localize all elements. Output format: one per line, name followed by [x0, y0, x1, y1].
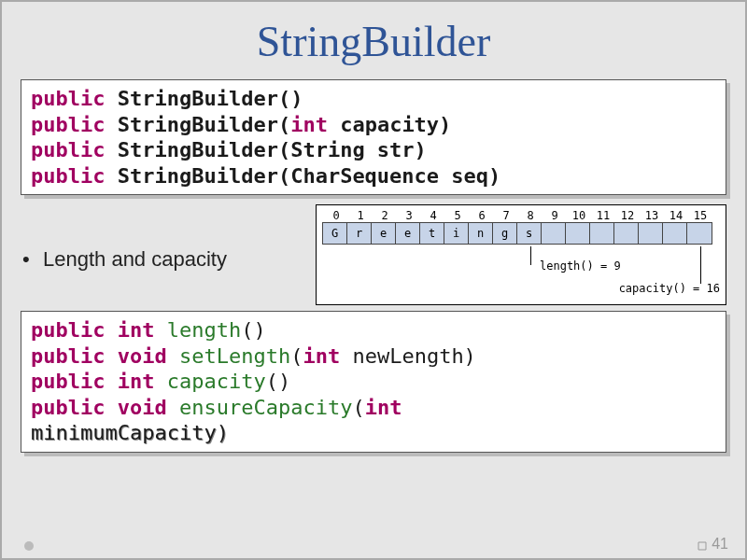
- diagram-cell: [566, 223, 590, 244]
- diagram-index: 4: [421, 209, 445, 222]
- code-token: int: [118, 370, 167, 393]
- code-token: int: [303, 344, 340, 368]
- diagram-index: 15: [688, 209, 712, 222]
- capacity-pointer: [700, 246, 701, 284]
- diagram-cell: i: [444, 223, 469, 244]
- code-block-methods-wrapper: public int length() public void setLengt…: [21, 311, 726, 453]
- code-token: void: [118, 344, 179, 368]
- code-token: capacity: [167, 370, 266, 393]
- code-token: [402, 396, 414, 419]
- diagram-cell: e: [396, 223, 420, 244]
- code-token: public: [31, 164, 118, 188]
- code-token: public: [31, 138, 118, 161]
- code-token: public: [31, 370, 118, 393]
- code-token: StringBuilder(: [118, 113, 290, 136]
- mid-row: Length and capacity 01234567891011121314…: [21, 204, 726, 305]
- diagram-cell: g: [493, 223, 517, 244]
- diagram-cell: r: [347, 223, 372, 244]
- diagram-index: 2: [373, 209, 397, 222]
- diagram-cell: [687, 223, 712, 244]
- code-token: ensureCapacity: [179, 396, 352, 419]
- code-token: newLength): [340, 344, 476, 368]
- buffer-diagram: 0123456789101112131415 Greetings length(…: [316, 204, 726, 305]
- diagram-cell: t: [420, 223, 444, 244]
- diagram-index: 0: [324, 209, 348, 222]
- diagram-cell: s: [517, 223, 542, 244]
- length-pointer: [530, 246, 531, 265]
- diagram-index: 3: [397, 209, 421, 222]
- diagram-index: 10: [567, 209, 591, 222]
- diagram-indices: 0123456789101112131415: [322, 209, 720, 222]
- diagram-index: 1: [348, 209, 373, 222]
- code-token: (): [266, 370, 291, 393]
- code-token: StringBuilder(String str): [118, 138, 427, 161]
- diagram-index: 8: [518, 209, 543, 222]
- code-token: StringBuilder(): [118, 87, 303, 110]
- code-token: public: [31, 344, 118, 368]
- bullet-column: Length and capacity: [21, 204, 304, 272]
- code-token: length: [167, 318, 241, 342]
- diagram-cell: G: [323, 223, 347, 244]
- diagram-cell: [590, 223, 614, 244]
- code-token: int: [290, 113, 328, 136]
- code-block-methods: public int length() public void setLengt…: [21, 311, 726, 453]
- diagram-index: 5: [445, 209, 470, 222]
- page-icon: [697, 539, 708, 550]
- diagram-cells: Greetings: [322, 222, 712, 245]
- code-token: (): [241, 318, 266, 342]
- code-token: (: [352, 396, 364, 419]
- diagram-index: 13: [640, 209, 664, 222]
- page-number: 41: [697, 536, 728, 553]
- code-block-constructors: public StringBuilder() public StringBuil…: [21, 79, 726, 195]
- footer-dot-icon: [24, 541, 34, 551]
- diagram-index: 6: [470, 209, 494, 222]
- length-label: length() = 9: [540, 259, 621, 273]
- code-token: capacity): [328, 113, 451, 136]
- diagram-index: 14: [664, 209, 688, 222]
- diagram-index: 12: [615, 209, 640, 222]
- diagram-cell: [663, 223, 687, 244]
- diagram-index: 11: [591, 209, 615, 222]
- code-token: minimumCapacity): [31, 421, 229, 444]
- code-token: public: [31, 87, 118, 110]
- code-token: setLength: [179, 344, 290, 368]
- diagram-pointers: length() = 9capacity() = 16: [322, 246, 720, 299]
- page-title: StringBuilder: [2, 2, 745, 74]
- code-token: int: [118, 318, 167, 342]
- code-token: public: [31, 318, 118, 342]
- code-token: (: [290, 344, 303, 368]
- code-token: public: [31, 396, 118, 419]
- code-token: StringBuilder(CharSequence seq): [118, 164, 501, 188]
- diagram-cell: e: [372, 223, 396, 244]
- diagram-index: 7: [494, 209, 518, 222]
- diagram-cell: [639, 223, 663, 244]
- code-token: public: [31, 113, 118, 136]
- capacity-label: capacity() = 16: [619, 282, 720, 295]
- bullet-length-capacity: Length and capacity: [21, 247, 304, 272]
- code-token: int: [365, 396, 402, 419]
- svg-marker-0: [698, 542, 706, 550]
- diagram-cell: [614, 223, 639, 244]
- code-token: void: [118, 396, 179, 419]
- diagram-index: 9: [543, 209, 567, 222]
- page-number-value: 41: [712, 536, 728, 553]
- diagram-cell: n: [469, 223, 493, 244]
- diagram-cell: [542, 223, 566, 244]
